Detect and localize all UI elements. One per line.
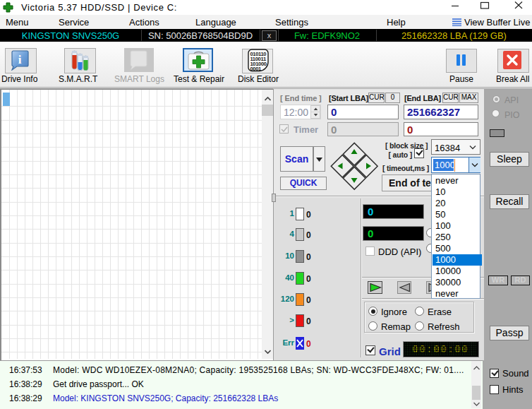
svg-text:0001: 0001 <box>250 66 262 72</box>
svg-text:00:00:00: 00:00:00 <box>412 344 468 356</box>
svg-text:i: i <box>18 53 22 66</box>
